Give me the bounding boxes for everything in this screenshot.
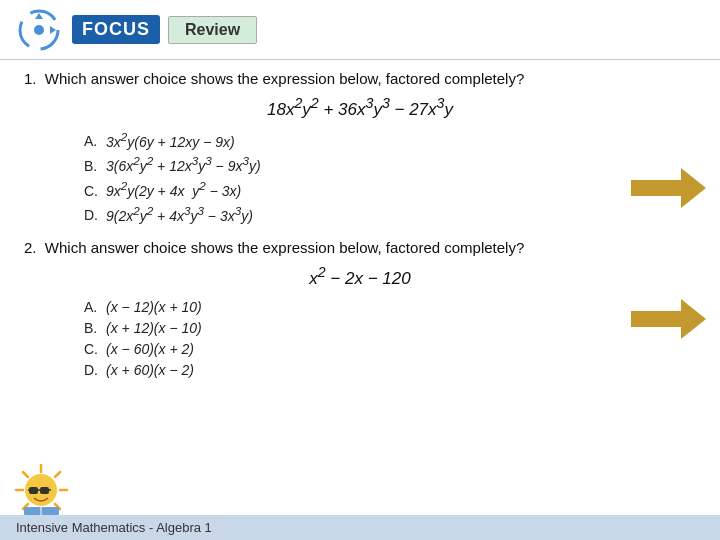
question-1-block: 1. Which answer choice shows the express… bbox=[24, 70, 696, 223]
q1-answer-arrow bbox=[631, 168, 706, 211]
q1-choice-c: C. 9x2y(2y + 4x y2 − 3x) bbox=[84, 179, 696, 199]
question-2-expression: x2 − 2x − 120 bbox=[24, 264, 696, 289]
q2-choice-b-text: (x + 12)(x − 10) bbox=[106, 320, 202, 336]
question-2-number: 2. bbox=[24, 239, 37, 256]
q1-choice-c-text: 9x2y(2y + 4x y2 − 3x) bbox=[106, 179, 241, 199]
svg-marker-3 bbox=[631, 299, 706, 339]
q1-choice-d-letter: D. bbox=[84, 207, 106, 223]
footer: Intensive Mathematics - Algebra 1 bbox=[0, 515, 720, 540]
question-1-choices: A. 3x2y(6y + 12xy − 9x) B. 3(6x2y2 + 12x… bbox=[84, 130, 696, 224]
q2-choice-b-letter: B. bbox=[84, 320, 106, 336]
svg-rect-13 bbox=[29, 487, 38, 494]
svg-rect-14 bbox=[40, 487, 49, 494]
q2-choice-d-text: (x + 60)(x − 2) bbox=[106, 362, 194, 378]
review-badge: Review bbox=[168, 16, 257, 44]
q1-choice-a: A. 3x2y(6y + 12xy − 9x) bbox=[84, 130, 696, 150]
q1-choice-b-text: 3(6x2y2 + 12x3y3 − 9x3y) bbox=[106, 154, 261, 174]
q2-answer-arrow bbox=[631, 299, 706, 342]
question-1-body: Which answer choice shows the expression… bbox=[45, 70, 524, 87]
sun-mascot bbox=[14, 463, 69, 518]
footer-label: Intensive Mathematics - Algebra 1 bbox=[16, 520, 212, 535]
q2-choice-c-letter: C. bbox=[84, 341, 106, 357]
focus-brand-text: FOCUS bbox=[72, 15, 160, 44]
focus-logo bbox=[16, 7, 62, 53]
q2-choice-c-text: (x − 60)(x + 2) bbox=[106, 341, 194, 357]
q2-choice-d: D. (x + 60)(x − 2) bbox=[84, 362, 696, 378]
q1-choice-b: B. 3(6x2y2 + 12x3y3 − 9x3y) bbox=[84, 154, 696, 174]
question-1-number: 1. bbox=[24, 70, 37, 87]
q1-choice-a-text: 3x2y(6y + 12xy − 9x) bbox=[106, 130, 235, 150]
question-2-block: 2. Which answer choice shows the express… bbox=[24, 239, 696, 378]
question-2-text: 2. Which answer choice shows the express… bbox=[24, 239, 696, 256]
q2-choice-d-letter: D. bbox=[84, 362, 106, 378]
header: FOCUS Review bbox=[0, 0, 720, 60]
q2-choice-b: B. (x + 12)(x − 10) bbox=[84, 320, 696, 336]
svg-marker-2 bbox=[631, 168, 706, 208]
svg-line-10 bbox=[55, 472, 60, 477]
q1-choice-d: D. 9(2x2y2 + 4x3y3 − 3x3y) bbox=[84, 204, 696, 224]
q1-choice-d-text: 9(2x2y2 + 4x3y3 − 3x3y) bbox=[106, 204, 253, 224]
focus-logo-icon bbox=[16, 7, 62, 53]
q2-choice-c: C. (x − 60)(x + 2) bbox=[84, 341, 696, 357]
main-content: 1. Which answer choice shows the express… bbox=[0, 60, 720, 404]
svg-line-8 bbox=[23, 472, 28, 477]
q2-choice-a: A. (x − 12)(x + 10) bbox=[84, 299, 696, 315]
q1-choice-b-letter: B. bbox=[84, 158, 106, 174]
question-1-text: 1. Which answer choice shows the express… bbox=[24, 70, 696, 87]
svg-point-1 bbox=[34, 25, 44, 35]
q2-choice-a-letter: A. bbox=[84, 299, 106, 315]
question-2-choices: A. (x − 12)(x + 10) B. (x + 12)(x − 10) … bbox=[84, 299, 696, 378]
q2-choice-a-text: (x − 12)(x + 10) bbox=[106, 299, 202, 315]
question-1-expression: 18x2y2 + 36x3y3 − 27x3y bbox=[24, 95, 696, 120]
q1-choice-a-letter: A. bbox=[84, 133, 106, 149]
question-2-body: Which answer choice shows the expression… bbox=[45, 239, 524, 256]
q1-choice-c-letter: C. bbox=[84, 183, 106, 199]
